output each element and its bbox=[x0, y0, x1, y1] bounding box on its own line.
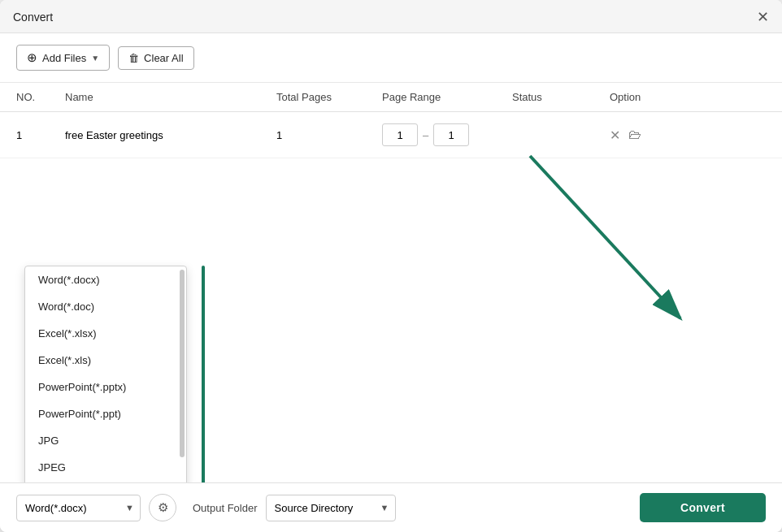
dropdown-item-word-doc[interactable]: Word(*.doc) bbox=[25, 293, 186, 320]
arrow-graphic bbox=[506, 132, 717, 359]
add-files-button[interactable]: ⊕ Add Files ▼ bbox=[16, 45, 110, 71]
clear-all-button[interactable]: 🗑 Clear All bbox=[118, 46, 193, 70]
dropdown-item-excel-xlsx[interactable]: Excel(*.xlsx) bbox=[25, 320, 186, 347]
dropdown-item-png[interactable]: PNG bbox=[25, 481, 186, 482]
source-directory-select[interactable]: Source Directory Custom Directory bbox=[266, 495, 396, 521]
plus-icon: ⊕ bbox=[27, 50, 37, 65]
row-no: 1 bbox=[16, 129, 65, 141]
page-range-cell: – bbox=[382, 123, 512, 146]
col-header-no: NO. bbox=[16, 91, 65, 103]
range-dash: – bbox=[423, 129, 428, 141]
dropdown-item-word-docx[interactable]: Word(*.docx) bbox=[25, 266, 186, 293]
dropdown-item-jpeg[interactable]: JPEG bbox=[25, 454, 186, 481]
dropdown-item-ppt-ppt[interactable]: PowerPoint(*.ppt) bbox=[25, 400, 186, 427]
window-title: Convert bbox=[13, 11, 53, 24]
open-folder-button[interactable]: 🗁 bbox=[628, 128, 641, 142]
col-header-page-range: Page Range bbox=[382, 91, 512, 103]
dropdown-item-excel-xls[interactable]: Excel(*.xls) bbox=[25, 347, 186, 374]
format-dropdown-menu: Word(*.docx) Word(*.doc) Excel(*.xlsx) E… bbox=[24, 266, 187, 482]
accent-border bbox=[202, 266, 205, 482]
add-files-label: Add Files bbox=[42, 52, 86, 64]
title-bar: Convert ✕ bbox=[0, 0, 782, 33]
col-header-name: Name bbox=[65, 91, 276, 103]
dropdown-item-ppt-pptx[interactable]: PowerPoint(*.pptx) bbox=[25, 374, 186, 400]
col-header-option: Option bbox=[610, 91, 691, 103]
delete-row-button[interactable]: ✕ bbox=[610, 128, 620, 143]
option-cell: ✕ 🗁 bbox=[610, 128, 691, 143]
page-range-start-input[interactable] bbox=[382, 123, 418, 146]
format-select[interactable]: Word(*.docx) Word(*.doc) Excel(*.xlsx) E… bbox=[16, 495, 141, 521]
gear-icon: ⚙ bbox=[158, 500, 168, 515]
close-button[interactable]: ✕ bbox=[757, 10, 769, 24]
table-row: 1 free Easter greetings 1 – ✕ 🗁 bbox=[0, 112, 782, 158]
convert-button[interactable]: Convert bbox=[640, 493, 766, 522]
svg-line-1 bbox=[530, 156, 680, 318]
row-total-pages: 1 bbox=[276, 129, 382, 141]
table-area: NO. Name Total Pages Page Range Status O… bbox=[0, 83, 782, 482]
output-folder-label: Output Folder bbox=[193, 502, 258, 514]
dropdown-scrollbar bbox=[180, 270, 185, 457]
dropdown-item-jpg[interactable]: JPG bbox=[25, 427, 186, 454]
bottom-bar: Word(*.docx) Word(*.doc) Excel(*.xlsx) E… bbox=[0, 482, 782, 532]
settings-button[interactable]: ⚙ bbox=[149, 494, 176, 521]
clear-all-label: Clear All bbox=[144, 52, 183, 64]
trash-icon: 🗑 bbox=[128, 52, 139, 64]
chevron-down-icon: ▼ bbox=[91, 54, 99, 63]
dir-select-wrap: Source Directory Custom Directory ▼ bbox=[266, 495, 396, 521]
toolbar: ⊕ Add Files ▼ 🗑 Clear All bbox=[0, 33, 782, 83]
page-range-end-input[interactable] bbox=[433, 123, 469, 146]
col-header-total-pages: Total Pages bbox=[276, 91, 382, 103]
row-name: free Easter greetings bbox=[65, 129, 276, 141]
format-select-wrap: Word(*.docx) Word(*.doc) Excel(*.xlsx) E… bbox=[16, 495, 141, 521]
table-header: NO. Name Total Pages Page Range Status O… bbox=[0, 83, 782, 112]
main-window: Convert ✕ ⊕ Add Files ▼ 🗑 Clear All NO. … bbox=[0, 0, 782, 532]
col-header-status: Status bbox=[512, 91, 610, 103]
